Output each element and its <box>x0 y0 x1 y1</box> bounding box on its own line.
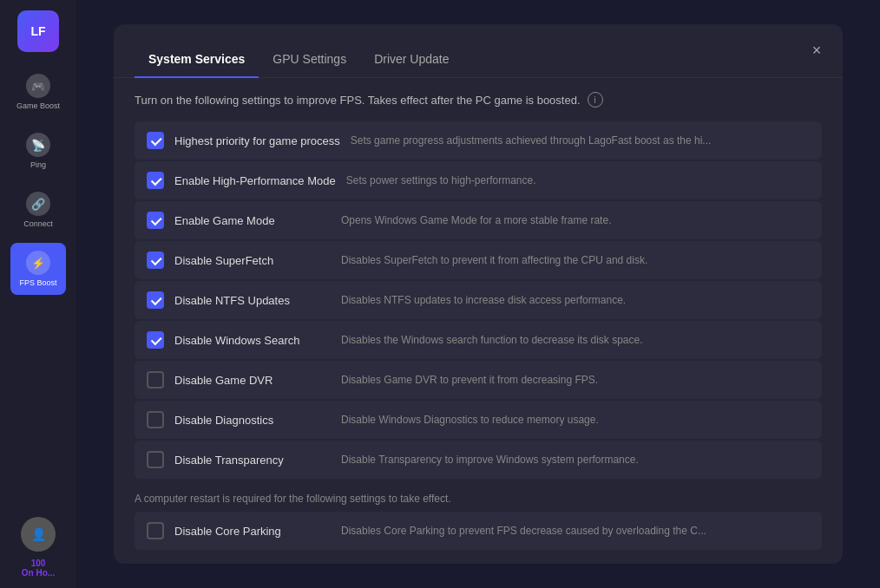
setting-row[interactable]: Highest priority for game processSets ga… <box>135 121 822 160</box>
setting-description: Disable Windows Diagnostics to reduce me… <box>341 414 810 426</box>
setting-row[interactable]: Disable TransparencyDisable Transparency… <box>135 441 822 479</box>
info-icon[interactable]: i <box>588 92 603 108</box>
sidebar-label-fps-boost: FPS Boost <box>19 278 56 287</box>
tab-gpu-settings[interactable]: GPU Settings <box>259 42 360 78</box>
checkbox-high-performance-mode[interactable] <box>147 172 164 189</box>
sidebar-label-connect: Connect <box>23 219 53 228</box>
modal-header: System Services GPU Settings Driver Upda… <box>114 24 843 78</box>
sidebar: LF 🎮 Game Boost 📡 Ping 🔗 Connect ⚡ FPS B… <box>0 0 76 588</box>
checkbox-disable-diagnostics[interactable] <box>147 411 164 428</box>
avatar[interactable]: 👤 <box>21 517 56 552</box>
sidebar-label-game-boost: Game Boost <box>16 101 60 110</box>
sidebar-label-ping: Ping <box>30 160 46 169</box>
setting-name: Disable Game DVR <box>174 374 331 387</box>
setting-row[interactable]: Enable High-Performance ModeSets power s… <box>135 161 822 199</box>
game-boost-icon: 🎮 <box>26 74 50 98</box>
sidebar-item-ping[interactable]: 📡 Ping <box>10 125 66 177</box>
setting-row[interactable]: Disable DiagnosticsDisable Windows Diagn… <box>135 401 822 439</box>
setting-description: Disables SuperFetch to prevent it from a… <box>341 254 810 266</box>
setting-name: Disable Transparency <box>174 454 331 467</box>
setting-row[interactable]: Disable Game DVRDisables Game DVR to pre… <box>135 361 822 399</box>
setting-name: Disable NTFS Updates <box>174 294 331 307</box>
checkbox-highest-priority[interactable] <box>147 132 164 149</box>
setting-name: Disable Windows Search <box>174 334 331 347</box>
tab-driver-update[interactable]: Driver Update <box>360 42 463 78</box>
setting-description: Disables Game DVR to prevent it from dec… <box>341 374 810 386</box>
setting-row[interactable]: Disable SuperFetchDisables SuperFetch to… <box>135 241 822 279</box>
info-banner: Turn on the following settings to improv… <box>135 92 822 108</box>
close-button[interactable]: × <box>804 38 829 62</box>
setting-description: Disables Core Parking to prevent FPS dec… <box>341 525 810 537</box>
setting-name: Disable Core Parking <box>174 525 331 538</box>
setting-row[interactable]: Disable Windows SearchDisables the Windo… <box>135 321 822 359</box>
app-logo: LF <box>17 10 59 52</box>
ping-icon: 📡 <box>26 133 50 157</box>
setting-row[interactable]: Disable Core ParkingDisables Core Parkin… <box>135 512 822 550</box>
sidebar-bottom: 👤 100 On Ho... <box>21 517 56 578</box>
fps-boost-icon: ⚡ <box>26 251 50 275</box>
setting-name: Highest priority for game process <box>174 134 340 147</box>
setting-row[interactable]: Disable NTFS UpdatesDisables NTFS update… <box>135 281 822 319</box>
setting-description: Opens Windows Game Mode for a more stabl… <box>341 214 810 226</box>
checkbox-disable-superfetch[interactable] <box>147 252 164 269</box>
restart-settings-list: Disable Core ParkingDisables Core Parkin… <box>135 512 822 550</box>
modal-body: Turn on the following settings to improv… <box>114 78 843 564</box>
sidebar-item-connect[interactable]: 🔗 Connect <box>10 184 66 236</box>
setting-name: Disable SuperFetch <box>174 254 331 267</box>
setting-name: Enable Game Mode <box>174 214 331 227</box>
setting-name: Enable High-Performance Mode <box>174 174 336 187</box>
setting-description: Disables the Windows search function to … <box>341 334 810 346</box>
tab-system-services[interactable]: System Services <box>135 42 259 78</box>
connect-icon: 🔗 <box>26 192 50 216</box>
setting-description: Disables NTFS updates to increase disk a… <box>341 294 810 306</box>
modal-panel: System Services GPU Settings Driver Upda… <box>114 24 843 564</box>
checkbox-disable-windows-search[interactable] <box>147 331 164 349</box>
checkbox-disable-game-dvr[interactable] <box>147 371 164 389</box>
score-badge: 100 On Ho... <box>22 559 55 578</box>
sidebar-item-game-boost[interactable]: 🎮 Game Boost <box>10 66 66 118</box>
info-text: Turn on the following settings to improv… <box>135 94 581 107</box>
settings-list: Highest priority for game processSets ga… <box>135 121 822 479</box>
sidebar-item-fps-boost[interactable]: ⚡ FPS Boost <box>10 243 66 295</box>
setting-description: Sets power settings to high-performance. <box>346 174 810 186</box>
setting-name: Disable Diagnostics <box>174 414 331 427</box>
setting-row[interactable]: Enable Game ModeOpens Windows Game Mode … <box>135 201 822 239</box>
modal-overlay: System Services GPU Settings Driver Upda… <box>76 0 880 588</box>
setting-description: Sets game progress adjustments achieved … <box>351 134 810 147</box>
checkbox-disable-transparency[interactable] <box>147 451 164 468</box>
checkbox-disable-core-parking[interactable] <box>147 522 164 539</box>
setting-description: Disable Transparency to improve Windows … <box>341 454 810 466</box>
restart-notice: A computer restart is required for the f… <box>135 493 822 505</box>
checkbox-disable-ntfs-updates[interactable] <box>147 291 164 309</box>
checkbox-game-mode[interactable] <box>147 212 164 229</box>
